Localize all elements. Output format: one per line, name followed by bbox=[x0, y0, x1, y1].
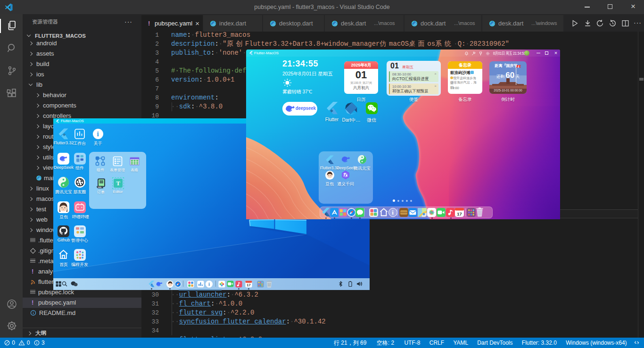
svg-text:17: 17 bbox=[457, 211, 462, 216]
svg-text:17: 17 bbox=[247, 283, 250, 287]
